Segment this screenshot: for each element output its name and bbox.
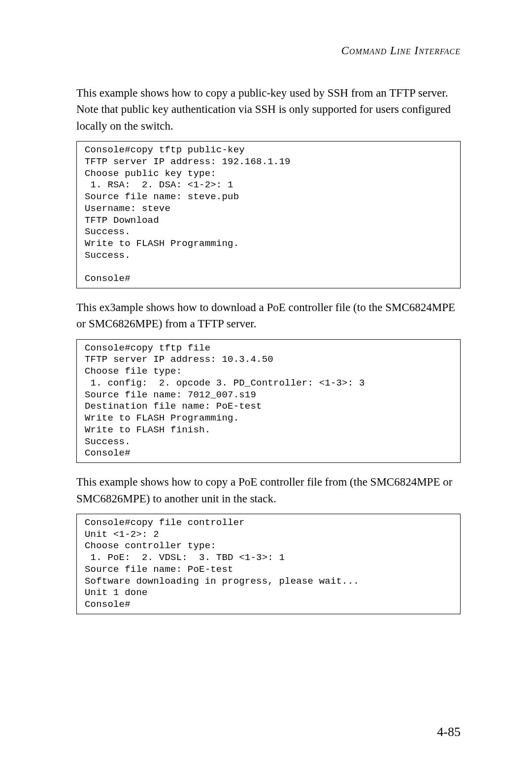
- page-number: 4-85: [437, 725, 461, 739]
- paragraph-1: This example shows how to copy a public-…: [76, 85, 461, 134]
- page-header: Command Line Interface: [76, 44, 461, 57]
- code-block-3: Console#copy file controller Unit <1-2>:…: [76, 514, 461, 614]
- code-block-2: Console#copy tftp file TFTP server IP ad…: [76, 339, 461, 463]
- paragraph-2: This ex3ample shows how to download a Po…: [76, 299, 461, 332]
- code-block-1: Console#copy tftp public-key TFTP server…: [76, 141, 461, 288]
- paragraph-3: This example shows how to copy a PoE con…: [76, 474, 461, 507]
